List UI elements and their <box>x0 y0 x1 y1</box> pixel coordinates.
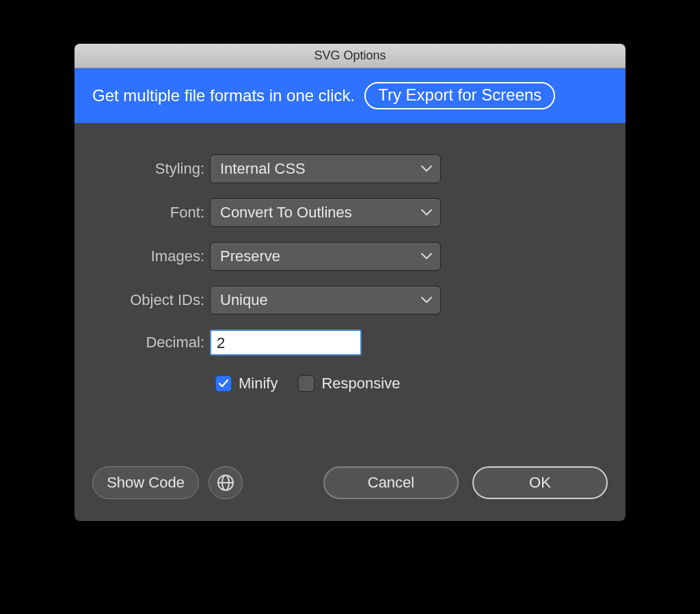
dialog-title: SVG Options <box>314 49 386 63</box>
images-select-value: Preserve <box>220 248 280 265</box>
dialog-footer: Show Code Cancel OK <box>92 466 608 499</box>
chevron-down-icon <box>421 297 432 304</box>
checkbox-unchecked-icon <box>298 375 314 392</box>
styling-select[interactable]: Internal CSS <box>210 155 441 183</box>
objectids-row: Object IDs: Unique <box>102 286 598 315</box>
promo-banner-text: Get multiple file formats in one click. <box>92 86 355 105</box>
globe-icon <box>217 474 234 492</box>
font-select[interactable]: Convert To Outlines <box>210 198 441 227</box>
objectids-label: Object IDs: <box>102 291 210 309</box>
images-label: Images: <box>102 248 210 265</box>
styling-select-value: Internal CSS <box>220 160 306 178</box>
svg-options-dialog: SVG Options Get multiple file formats in… <box>75 44 625 521</box>
images-row: Images: Preserve <box>102 242 598 271</box>
styling-label: Styling: <box>102 160 210 178</box>
chevron-down-icon <box>421 209 432 216</box>
checkbox-row: Minify Responsive <box>215 375 598 392</box>
images-select[interactable]: Preserve <box>210 242 441 271</box>
chevron-down-icon <box>421 253 432 260</box>
open-in-browser-button[interactable] <box>208 466 243 499</box>
decimal-label: Decimal: <box>102 334 210 351</box>
try-export-for-screens-button[interactable]: Try Export for Screens <box>364 82 555 109</box>
styling-row: Styling: Internal CSS <box>102 155 598 183</box>
minify-checkbox[interactable]: Minify <box>215 375 278 392</box>
show-code-button[interactable]: Show Code <box>92 466 199 499</box>
font-label: Font: <box>102 204 210 222</box>
checkbox-checked-icon <box>215 375 232 392</box>
form-area: Styling: Internal CSS Font: Convert To O… <box>75 123 625 406</box>
decimal-row: Decimal: 2 <box>102 330 598 356</box>
decimal-input[interactable]: 2 <box>210 330 362 356</box>
font-select-value: Convert To Outlines <box>220 204 352 222</box>
ok-button[interactable]: OK <box>472 466 608 499</box>
minify-label: Minify <box>239 375 278 392</box>
titlebar: SVG Options <box>75 44 625 68</box>
chevron-down-icon <box>421 165 432 172</box>
font-row: Font: Convert To Outlines <box>102 198 598 227</box>
objectids-select-value: Unique <box>220 291 268 309</box>
responsive-checkbox[interactable]: Responsive <box>298 375 400 392</box>
objectids-select[interactable]: Unique <box>210 286 441 315</box>
responsive-label: Responsive <box>321 375 400 392</box>
cancel-button[interactable]: Cancel <box>323 466 459 499</box>
promo-banner: Get multiple file formats in one click. … <box>75 68 625 123</box>
